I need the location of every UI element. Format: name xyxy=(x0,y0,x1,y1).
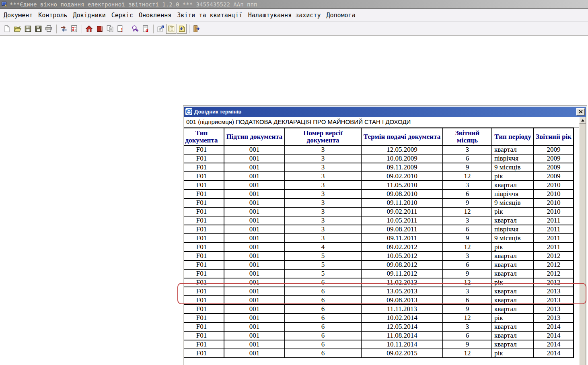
table-cell[interactable]: 09.11.2009 xyxy=(361,163,443,172)
window-titlebar[interactable]: ***Єдине вікно подання електронної звітн… xyxy=(0,0,588,9)
table-cell[interactable]: 2013 xyxy=(534,305,574,313)
table-cell[interactable]: 2011 xyxy=(534,216,574,225)
table-cell[interactable]: 6 xyxy=(443,190,492,198)
table-cell[interactable]: 3 xyxy=(443,252,492,260)
table-cell[interactable]: рік xyxy=(492,172,534,181)
table-cell[interactable]: F01 xyxy=(184,278,224,287)
table-cell[interactable]: квартал xyxy=(492,296,534,305)
table-cell[interactable]: рік xyxy=(492,207,534,216)
menu-item[interactable]: Звіти та квитанції xyxy=(174,10,245,20)
table-cell[interactable]: 12 xyxy=(443,349,492,358)
table-cell[interactable]: 5 xyxy=(285,269,361,278)
dialog-titlebar[interactable]: Довідник термінів xyxy=(184,107,586,117)
table-row[interactable]: F01001309.11.200999 місяців2009 xyxy=(184,163,574,172)
table-cell[interactable]: 001 xyxy=(224,145,285,154)
table-cell[interactable]: F01 xyxy=(184,225,224,234)
table-cell[interactable]: 001 xyxy=(224,331,285,340)
scroll-up-button[interactable] xyxy=(579,117,586,124)
table-cell[interactable]: 2012 xyxy=(534,278,574,287)
table-cell[interactable]: F01 xyxy=(184,252,224,260)
table-cell[interactable]: 001 xyxy=(224,252,285,260)
table-cell[interactable]: 2012 xyxy=(534,252,574,260)
table-cell[interactable]: 2014 xyxy=(534,322,574,331)
table-cell[interactable]: 3 xyxy=(285,225,361,234)
table-cell[interactable]: 6 xyxy=(443,331,492,340)
table-cell[interactable]: 001 xyxy=(224,234,285,243)
table-cell[interactable]: 001 xyxy=(224,225,285,234)
table-row[interactable]: F01001310.05.20113квартал2011 xyxy=(184,216,574,225)
table-cell[interactable]: 09.11.2010 xyxy=(361,198,443,207)
table-cell[interactable]: 001 xyxy=(224,207,285,216)
table-row[interactable]: F01001309.08.20106півріччя2010 xyxy=(184,190,574,198)
table-cell[interactable]: 10.02.2014 xyxy=(361,313,443,322)
table-cell[interactable]: рік xyxy=(492,349,534,358)
table-cell[interactable]: F01 xyxy=(184,260,224,269)
print-button[interactable] xyxy=(44,24,54,34)
table-row[interactable]: F01001310.08.20096півріччя2009 xyxy=(184,154,574,163)
table-row[interactable]: F01001312.05.20093квартал2009 xyxy=(184,145,574,154)
table-cell[interactable]: квартал xyxy=(492,216,534,225)
table-cell[interactable]: рік xyxy=(492,313,534,322)
table-cell[interactable]: F01 xyxy=(184,216,224,225)
table-cell[interactable]: 09.08.2013 xyxy=(361,296,443,305)
table-cell[interactable]: 001 xyxy=(224,349,285,358)
menu-item[interactable]: Контроль xyxy=(35,10,70,20)
table-cell[interactable]: 09.08.2011 xyxy=(361,225,443,234)
table-cell[interactable]: квартал xyxy=(492,181,534,190)
table-cell[interactable]: 12.05.2014 xyxy=(361,322,443,331)
table-cell[interactable]: 2010 xyxy=(534,181,574,190)
table-row[interactable]: F01001609.08.20136квартал2013 xyxy=(184,296,574,305)
table-cell[interactable]: 001 xyxy=(224,243,285,252)
table-cell[interactable]: 2012 xyxy=(534,260,574,269)
save-all-button[interactable] xyxy=(33,24,43,34)
table-cell[interactable]: F01 xyxy=(184,313,224,322)
table-cell[interactable]: 6 xyxy=(443,260,492,269)
table-row[interactable]: F01001309.02.201112рік2010 xyxy=(184,207,574,216)
table-cell[interactable]: 12 xyxy=(443,278,492,287)
menu-item[interactable]: Налаштування захисту xyxy=(245,10,324,20)
table-cell[interactable]: 2013 xyxy=(534,287,574,296)
table-cell[interactable]: 11.11.2013 xyxy=(361,305,443,313)
table-cell[interactable]: 10.08.2009 xyxy=(361,154,443,163)
table-cell[interactable]: 9 xyxy=(443,163,492,172)
table-cell[interactable]: 001 xyxy=(224,296,285,305)
table-row[interactable]: F01001611.02.201312рік2012 xyxy=(184,278,574,287)
table-cell[interactable]: рік xyxy=(492,243,534,252)
table-cell[interactable]: 6 xyxy=(285,331,361,340)
table-cell[interactable]: 001 xyxy=(224,287,285,296)
table-cell[interactable]: 6 xyxy=(285,305,361,313)
table-cell[interactable]: 3 xyxy=(285,154,361,163)
table-cell[interactable]: 2014 xyxy=(534,331,574,340)
table-cell[interactable]: F01 xyxy=(184,287,224,296)
table-cell[interactable]: 2013 xyxy=(534,313,574,322)
table-cell[interactable]: 09.02.2015 xyxy=(361,349,443,358)
table-cell[interactable]: 001 xyxy=(224,340,285,349)
table-row[interactable]: F01001311.05.20103квартал2010 xyxy=(184,181,574,190)
table-cell[interactable]: 9 xyxy=(443,198,492,207)
table-cell[interactable]: 09.08.2010 xyxy=(361,190,443,198)
table-cell[interactable]: 3 xyxy=(285,145,361,154)
table-cell[interactable]: 09.11.2011 xyxy=(361,234,443,243)
table-cell[interactable]: півріччя xyxy=(492,190,534,198)
table-cell[interactable]: 3 xyxy=(443,181,492,190)
table-row[interactable]: F01001612.05.20143квартал2014 xyxy=(184,322,574,331)
table-cell[interactable]: F01 xyxy=(184,145,224,154)
table-cell[interactable]: 6 xyxy=(285,322,361,331)
vertical-scrollbar[interactable] xyxy=(579,117,586,365)
table-cell[interactable]: 6 xyxy=(443,154,492,163)
table-row[interactable]: F01001309.11.201099 місяців2010 xyxy=(184,198,574,207)
table-cell[interactable]: 2013 xyxy=(534,296,574,305)
menu-item[interactable]: Довідники xyxy=(70,10,109,20)
check-report-button[interactable] xyxy=(69,24,79,34)
table-cell[interactable]: 11.08.2014 xyxy=(361,331,443,340)
document-report-button[interactable]: a xyxy=(141,24,151,34)
table-row[interactable]: F01001509.08.20126квартал2012 xyxy=(184,260,574,269)
table-cell[interactable]: квартал xyxy=(492,305,534,313)
table-cell[interactable]: 3 xyxy=(443,216,492,225)
table-cell[interactable]: 6 xyxy=(285,349,361,358)
table-cell[interactable]: 9 місяців xyxy=(492,234,534,243)
table-cell[interactable]: 3 xyxy=(285,172,361,181)
table-cell[interactable]: 12 xyxy=(443,172,492,181)
table-cell[interactable]: 09.11.2012 xyxy=(361,269,443,278)
table-cell[interactable]: 2010 xyxy=(534,190,574,198)
